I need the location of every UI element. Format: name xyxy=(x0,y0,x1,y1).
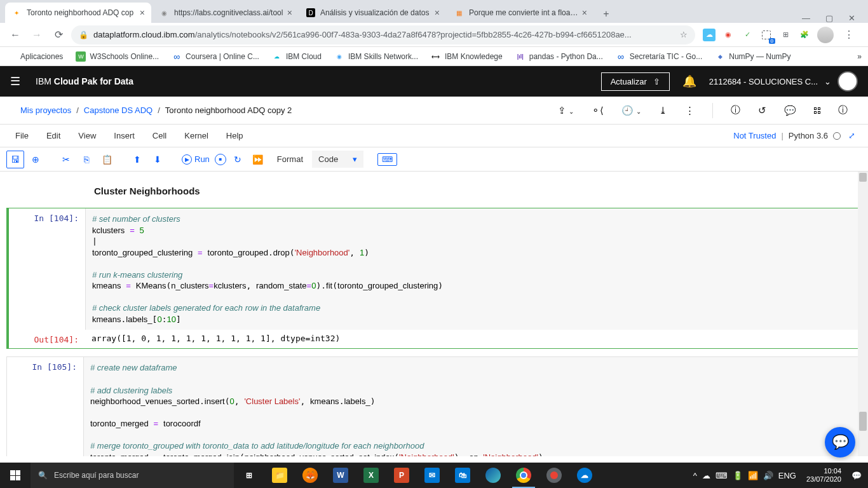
run-all-button[interactable]: ⏩ xyxy=(249,151,267,168)
ext-icon[interactable]: ⊞ xyxy=(779,29,792,41)
menu-file[interactable]: File xyxy=(6,131,37,140)
tab[interactable]: ▦ Porque me convierte int a float, a × xyxy=(447,3,593,23)
task-view-icon[interactable]: ⊞ xyxy=(234,463,264,488)
command-palette-button[interactable]: ⌨ xyxy=(377,153,397,166)
menu-view[interactable]: View xyxy=(69,131,105,140)
clock[interactable]: 10:0423/07/2020 xyxy=(801,467,846,484)
user-menu[interactable]: 2112684 - SOLUCIONES C... ⌄ xyxy=(709,71,858,92)
word-icon[interactable]: W xyxy=(325,463,356,488)
firefox-icon[interactable]: 🦊 xyxy=(295,463,325,488)
tab[interactable]: D Análisis y visualización de datos × xyxy=(300,3,446,23)
ext-icon[interactable]: 🧩 xyxy=(798,29,811,41)
move-down-button[interactable]: ⬇ xyxy=(149,151,166,168)
forward-button[interactable]: → xyxy=(28,26,46,44)
breadcrumb-link[interactable]: Mis proyectos xyxy=(20,105,71,115)
bookmark-item[interactable]: ◆NumPy — NumPy xyxy=(715,51,790,62)
menu-icon[interactable]: ⋮ xyxy=(840,26,858,44)
close-icon[interactable]: × xyxy=(287,8,292,18)
restart-button[interactable]: ↻ xyxy=(229,151,247,168)
volume-icon[interactable]: 🔊 xyxy=(763,471,773,480)
edge-icon[interactable] xyxy=(478,463,508,488)
trust-button[interactable]: Not Trusted xyxy=(733,131,776,140)
battery-icon[interactable]: 🔋 xyxy=(733,471,743,480)
notifications-tray-icon[interactable]: 💬 xyxy=(851,471,862,480)
close-icon[interactable]: × xyxy=(582,8,587,18)
info-icon[interactable]: ⓘ xyxy=(731,104,740,116)
mail-icon[interactable]: ✉ xyxy=(417,463,447,488)
close-icon[interactable]: × xyxy=(435,8,440,18)
maximize-icon[interactable]: ▢ xyxy=(825,13,833,23)
insert-cell-button[interactable]: ⊕ xyxy=(27,151,44,168)
code-cell-104[interactable]: In [104]: # set number of clusters kclus… xyxy=(6,208,860,349)
menu-cell[interactable]: Cell xyxy=(144,131,175,140)
share-icon[interactable]: ⚬⟨ xyxy=(592,105,604,116)
language-indicator[interactable]: ENG xyxy=(778,471,796,480)
publish-icon[interactable]: ⇪ ⌄ xyxy=(558,105,574,116)
download-icon[interactable]: ⤓ xyxy=(659,105,667,116)
code-input[interactable]: # create new dataframe # add clustering … xyxy=(83,357,860,456)
paste-button[interactable]: 📋 xyxy=(98,151,116,168)
scroll-thumb[interactable] xyxy=(859,173,867,182)
update-button[interactable]: Actualizar⇧ xyxy=(601,72,670,91)
expand-icon[interactable]: ⤢ xyxy=(848,131,855,140)
cut-button[interactable]: ✂ xyxy=(57,151,75,168)
ext-icon[interactable]: ☁ xyxy=(703,29,715,41)
bookmark-apps[interactable]: Aplicaciones xyxy=(6,51,63,62)
celltype-select[interactable]: Code xyxy=(312,151,363,168)
hamburger-icon[interactable]: ☰ xyxy=(10,74,20,88)
excel-icon[interactable]: X xyxy=(356,463,386,488)
onedrive-icon[interactable]: ☁ xyxy=(702,471,710,480)
tray-overflow-icon[interactable]: ^ xyxy=(693,471,697,480)
scroll-thumb[interactable] xyxy=(859,412,867,431)
bookmark-item[interactable]: ⟷IBM Knowledege xyxy=(431,51,503,62)
code-cell-105[interactable]: In [105]: # create new dataframe # add c… xyxy=(6,356,860,456)
powerpoint-icon[interactable]: P xyxy=(386,463,417,488)
minimize-icon[interactable]: — xyxy=(802,13,810,23)
profile-avatar[interactable] xyxy=(817,27,834,43)
markdown-heading[interactable]: Cluster Neighborhoods xyxy=(6,178,860,208)
store-icon[interactable]: 🛍 xyxy=(447,463,478,488)
bookmark-item[interactable]: |ıl|pandas - Python Da... xyxy=(515,51,603,62)
scrollbar[interactable] xyxy=(858,172,868,456)
code-input[interactable]: # set number of clusters kclusters = 5 |… xyxy=(85,208,860,330)
comment-icon[interactable]: 💬 xyxy=(784,105,796,116)
menu-insert[interactable]: Insert xyxy=(105,131,144,140)
menu-edit[interactable]: Edit xyxy=(37,131,69,140)
notifications-icon[interactable]: 🔔 xyxy=(682,74,696,88)
run-button[interactable]: ▶Run xyxy=(179,154,212,165)
address-bar[interactable]: 🔒 dataplatform.cloud.ibm.com/analytics/n… xyxy=(71,25,695,44)
ext-icon[interactable]: ◉ xyxy=(722,29,735,41)
help-icon[interactable]: ⓘ xyxy=(838,104,848,116)
breadcrumb-link[interactable]: Capstone DS ADQ xyxy=(84,105,153,115)
taskbar-search[interactable]: 🔍Escribe aquí para buscar xyxy=(31,463,234,488)
menu-kernel[interactable]: Kernel xyxy=(175,131,217,140)
move-up-button[interactable]: ⬆ xyxy=(128,151,146,168)
chrome-icon[interactable] xyxy=(508,463,539,488)
bookmark-item[interactable]: ∞Secretaría TIC - Go... xyxy=(616,51,702,62)
bookmark-item[interactable]: ◉IBM Skills Network... xyxy=(334,51,418,62)
tab[interactable]: ◉ https://labs.cognitiveclass.ai/tool × xyxy=(153,3,299,23)
input-icon[interactable]: ⌨ xyxy=(715,471,728,480)
bookmark-star-icon[interactable]: ☆ xyxy=(680,30,688,39)
copy-button[interactable]: ⎘ xyxy=(78,151,95,168)
bookmark-item[interactable]: ☁IBM Cloud xyxy=(272,51,322,62)
jobs-icon[interactable]: 🕘 ⌄ xyxy=(621,105,641,116)
history-icon[interactable]: ↺ xyxy=(758,105,766,116)
menu-help[interactable]: Help xyxy=(217,131,252,140)
file-explorer-icon[interactable]: 📁 xyxy=(264,463,295,488)
close-window-icon[interactable]: ✕ xyxy=(848,13,855,23)
tab-active[interactable]: ✦ Toronto neighborhood ADQ cop × xyxy=(5,3,151,23)
more-icon[interactable]: ⋮ xyxy=(685,105,695,116)
bookmarks-overflow[interactable]: » xyxy=(857,52,862,61)
chat-button[interactable]: 💬 xyxy=(825,427,855,458)
ext-icon[interactable]: 0 xyxy=(760,29,773,41)
reload-button[interactable]: ⟳ xyxy=(50,26,67,44)
cloud-app-icon[interactable]: ☁ xyxy=(569,463,600,488)
wifi-icon[interactable]: 📶 xyxy=(748,471,758,480)
close-icon[interactable]: × xyxy=(140,8,145,18)
save-button[interactable]: 🖫 xyxy=(6,151,24,168)
stop-button[interactable]: ■ xyxy=(215,154,226,165)
bookmark-item[interactable]: WW3Schools Online... xyxy=(76,51,159,62)
ext-icon[interactable]: ✓ xyxy=(741,29,754,41)
bookmark-item[interactable]: ∞Coursera | Online C... xyxy=(172,51,259,62)
